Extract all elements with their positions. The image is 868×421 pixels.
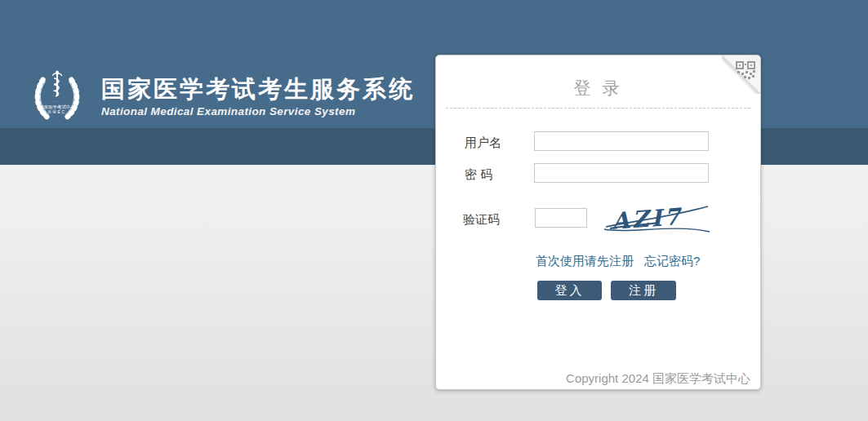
captcha-label: 验证码 (463, 212, 500, 228)
forgot-password-link[interactable]: 忘记密码? (644, 254, 700, 269)
register-hint-link[interactable]: 首次使用请先注册 (536, 254, 634, 269)
password-label: 密 码 (465, 167, 492, 183)
page-title: 国家医学考试考生服务系统 (101, 77, 415, 103)
divider (446, 108, 750, 109)
brand: ···· 国家医学考试中心 NMEC 国家医学考试考生服务系统 National… (31, 67, 415, 126)
login-button[interactable]: 登入 (537, 281, 602, 300)
logo-seal-line1: 国家医学考试中心 (39, 104, 75, 110)
password-input[interactable] (534, 163, 709, 183)
username-label: 用户名 (465, 135, 501, 151)
captcha-input[interactable] (535, 208, 587, 228)
logo-seal-line2: NMEC (48, 110, 66, 114)
page-subtitle: National Medical Examination Service Sys… (101, 105, 415, 117)
register-button[interactable]: 注册 (611, 281, 676, 300)
login-panel-title: 登 录 (436, 77, 760, 100)
login-card: 登 录 用户名 密 码 验证码 AZI7 首次使用请先注册 忘记密码? 登入 注… (435, 55, 761, 390)
medical-caduceus-wreath-icon: ···· 国家医学考试中心 NMEC (31, 67, 83, 126)
copyright: Copyright 2024 国家医学考试中心 (566, 371, 750, 387)
username-input[interactable] (534, 131, 709, 151)
logo-seal-dots: ···· (52, 100, 62, 104)
captcha-image[interactable]: AZI7 (603, 201, 710, 235)
